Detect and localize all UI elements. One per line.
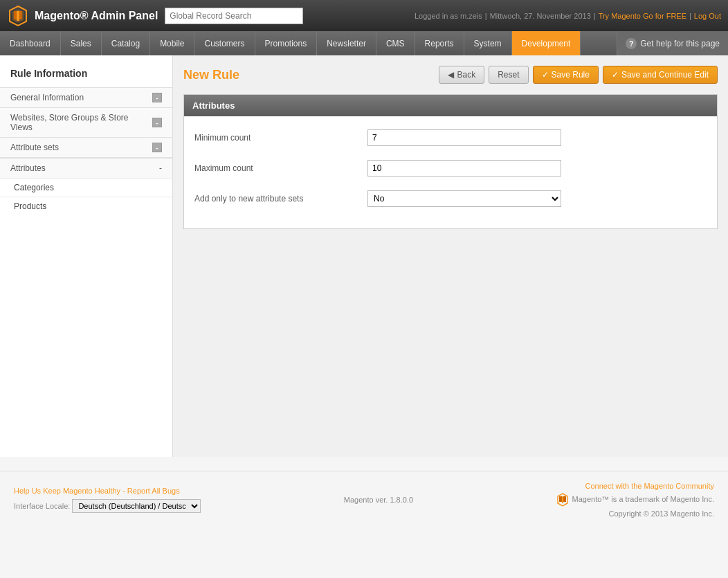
footer-right: Connect with the Magento Community Magen… [556, 482, 714, 518]
maximum-count-field [367, 160, 561, 177]
locale-select[interactable]: Deutsch (Deutschland) / Deutsc [72, 499, 201, 513]
logo: Magento® Admin Panel [7, 5, 158, 27]
save-rule-label: Save Rule [552, 70, 590, 80]
sidebar-general-label: General Information [10, 93, 84, 102]
add-only-new-select[interactable]: No Yes [367, 190, 561, 207]
try-magento-link[interactable]: Try Magento Go for FREE [599, 12, 686, 20]
reset-label: Reset [498, 70, 519, 80]
sidebar-attribute-sets-label: Attribute sets [10, 143, 59, 152]
save-check-icon: ✓ [542, 70, 549, 80]
svg-marker-3 [14, 11, 17, 19]
section-title: Attributes [192, 100, 235, 111]
separator1: | [485, 12, 487, 20]
back-button[interactable]: ◀ Back [439, 66, 484, 84]
save-continue-button[interactable]: ✓ Save and Continue Edit [603, 66, 718, 84]
nav-item-sales[interactable]: Sales [61, 31, 102, 55]
footer-center: Magento ver. 1.8.0.0 [344, 496, 413, 504]
report-bugs-link[interactable]: Help Us Keep Magento Healthy - Report Al… [14, 487, 201, 495]
main-content: New Rule ◀ Back Reset ✓ Save Rule ✓ Save… [173, 55, 728, 457]
sidebar-websites-label: Websites, Store Groups & Store Views [10, 113, 152, 132]
sidebar-section-attribute-sets: Attribute sets - [0, 137, 172, 157]
nav-item-mobile[interactable]: Mobile [150, 31, 194, 55]
reset-button[interactable]: Reset [489, 66, 528, 84]
collapse-general-icon: - [152, 93, 162, 102]
locale-row: Interface Locale: Deutsch (Deutschland) … [14, 499, 201, 513]
footer-wrapper: Help Us Keep Magento Healthy - Report Al… [0, 471, 728, 528]
maximum-count-row: Maximum count [194, 157, 707, 179]
maximum-count-input[interactable] [367, 160, 561, 177]
add-only-new-row: Add only to new attribute sets No Yes [194, 188, 707, 210]
sidebar-title: Rule Information [0, 62, 172, 87]
date-text: Mittwoch, 27. November 2013 [490, 12, 591, 20]
collapse-attribute-sets-icon: - [152, 143, 162, 152]
search-box [165, 8, 303, 24]
logged-in-text: Logged in as m.zeis [415, 12, 482, 20]
svg-rect-2 [17, 11, 19, 21]
nav-item-catalog[interactable]: Catalog [102, 31, 150, 55]
sidebar-section-websites: Websites, Store Groups & Store Views - [0, 107, 172, 137]
nav-item-reports[interactable]: Reports [415, 31, 464, 55]
community-link[interactable]: Connect with the Magento Community [585, 482, 714, 490]
save-rule-button[interactable]: ✓ Save Rule [533, 66, 599, 84]
nav-item-newsletter[interactable]: Newsletter [317, 31, 376, 55]
nav-item-dashboard[interactable]: Dashboard [0, 31, 61, 55]
trademark-text: Magento™ is a trademark of Magento Inc. [572, 495, 714, 503]
global-search-input[interactable] [165, 8, 303, 24]
trademark-row: Magento™ is a trademark of Magento Inc. [556, 493, 714, 507]
svg-marker-7 [559, 496, 562, 502]
page-actions: ◀ Back Reset ✓ Save Rule ✓ Save and Cont… [439, 66, 718, 84]
separator3: | [689, 12, 691, 20]
save-continue-label: Save and Continue Edit [621, 70, 709, 80]
sidebar-websites[interactable]: Websites, Store Groups & Store Views - [0, 108, 172, 137]
nav-item-system[interactable]: System [464, 31, 512, 55]
minimum-count-row: Minimum count [194, 127, 707, 149]
minimum-count-input[interactable] [367, 129, 561, 146]
nav-help[interactable]: ? Get help for this page [617, 31, 728, 55]
sidebar-categories-label: Categories [14, 183, 54, 192]
section-header: Attributes [184, 95, 717, 116]
copyright-text: Copyright © 2013 Magento Inc. [609, 509, 714, 518]
minimum-count-field [367, 129, 561, 146]
page-header: New Rule ◀ Back Reset ✓ Save Rule ✓ Save… [183, 66, 718, 84]
minimum-count-label: Minimum count [194, 133, 367, 143]
help-label: Get help for this page [640, 39, 720, 48]
sidebar-item-products[interactable]: Products [0, 197, 172, 215]
svg-marker-8 [563, 496, 566, 502]
sidebar: Rule Information General Information - W… [0, 55, 173, 457]
page-title: New Rule [183, 68, 239, 82]
version-text: Magento ver. 1.8.0.0 [344, 496, 413, 504]
header-user-info: Logged in as m.zeis | Mittwoch, 27. Nove… [415, 12, 721, 20]
save-continue-check-icon: ✓ [612, 70, 619, 80]
nav-item-customers[interactable]: Customers [194, 31, 255, 55]
sidebar-attribute-sets[interactable]: Attribute sets - [0, 138, 172, 157]
sidebar-item-categories[interactable]: Categories [0, 178, 172, 197]
collapse-websites-icon: - [152, 118, 162, 127]
sidebar-attributes[interactable]: Attributes - [0, 158, 172, 178]
attributes-section: Attributes Minimum count Maximum count A… [183, 94, 718, 229]
sidebar-products-label: Products [14, 201, 46, 211]
back-label: Back [457, 70, 475, 80]
nav-item-cms[interactable]: CMS [376, 31, 415, 55]
section-body: Minimum count Maximum count Add only to … [184, 116, 717, 228]
sidebar-attributes-label: Attributes [10, 163, 46, 173]
main-navigation: Dashboard Sales Catalog Mobile Customers… [0, 31, 728, 55]
nav-item-promotions[interactable]: Promotions [255, 31, 318, 55]
add-only-new-field: No Yes [367, 190, 561, 207]
svg-marker-4 [19, 11, 22, 19]
collapse-attributes-icon: - [159, 163, 162, 173]
svg-rect-6 [562, 496, 563, 503]
add-only-new-label: Add only to new attribute sets [194, 194, 367, 204]
logo-text: Magento® Admin Panel [35, 10, 158, 22]
sidebar-general-information[interactable]: General Information - [0, 88, 172, 107]
logout-link[interactable]: Log Out [694, 12, 721, 20]
back-arrow-icon: ◀ [448, 70, 454, 80]
locale-label: Interface Locale: [14, 502, 70, 510]
help-icon: ? [626, 38, 637, 49]
separator2: | [594, 12, 596, 20]
sidebar-section-general: General Information - [0, 87, 172, 107]
footer-left: Help Us Keep Magento Healthy - Report Al… [14, 487, 201, 513]
footer: Help Us Keep Magento Healthy - Report Al… [0, 471, 728, 528]
sidebar-section-attributes: Attributes - [0, 157, 172, 178]
maximum-count-label: Maximum count [194, 163, 367, 173]
nav-item-development[interactable]: Development [512, 31, 581, 55]
